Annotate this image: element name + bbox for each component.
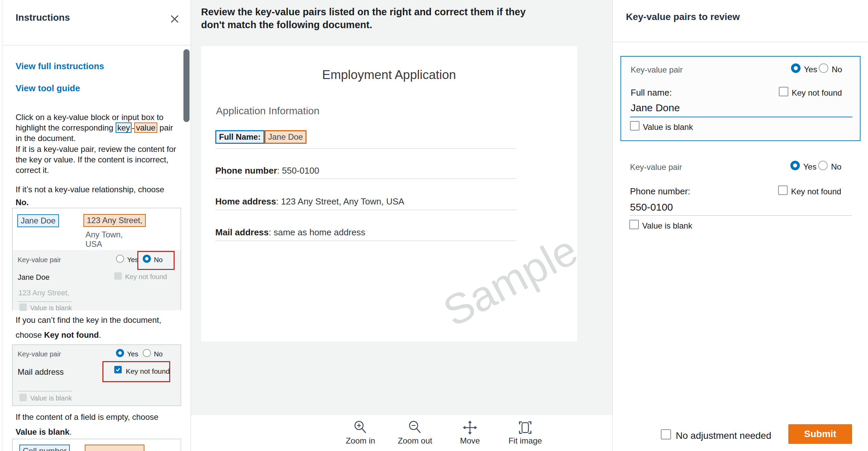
- value-blank-checkbox[interactable]: [630, 121, 639, 131]
- sample-watermark: Sample: [435, 225, 577, 336]
- document-page[interactable]: Employment Application Application Infor…: [201, 46, 577, 341]
- field-key: Home address: [215, 196, 276, 207]
- field-value: : same as home address: [269, 227, 366, 237]
- yes-label[interactable]: Yes: [803, 162, 816, 172]
- no-adjustment-label[interactable]: No adjustment needed: [676, 430, 771, 441]
- value-blank-checkbox: [19, 394, 27, 401]
- document-field-underline: [215, 178, 516, 179]
- key-label: Full name:: [631, 87, 672, 98]
- value-blank-label: Value is blank: [30, 394, 72, 402]
- chip-text: 123 Any Street,: [83, 214, 146, 227]
- task-prompt-line2: don't match the following document.: [201, 18, 601, 31]
- document-field-underline: [215, 210, 516, 210]
- document-row-phone[interactable]: Phone number: 550-0100: [215, 165, 319, 176]
- red-highlight-box: [137, 251, 175, 270]
- no-bold: No.: [16, 198, 29, 207]
- value-blank-label[interactable]: Value is blank: [643, 122, 693, 132]
- document-row-home-address[interactable]: Home address: 123 Any Street, Any Town, …: [215, 196, 404, 207]
- kv-card-full-name[interactable]: Key-value pair Yes No Full name: Key not…: [620, 56, 861, 141]
- zoom-out-button[interactable]: Zoom out: [390, 420, 440, 446]
- review-panel: Key-value pairs to review Key-value pair…: [612, 0, 868, 451]
- key-label: Phone number:: [630, 186, 690, 197]
- document-row-full-name[interactable]: Full Name:Jane Doe: [215, 130, 307, 144]
- instructions-paragraph-4: If you can’t find the key in the documen…: [16, 313, 178, 342]
- yes-radio[interactable]: [790, 161, 800, 170]
- field-key: Mail address: [215, 227, 269, 237]
- zoom-in-button[interactable]: Zoom in: [335, 420, 386, 446]
- header-divider: [2, 45, 191, 45]
- zoom-out-label: Zoom out: [390, 436, 440, 446]
- key-not-found-label[interactable]: Key not found: [791, 187, 841, 196]
- value-blank-checkbox[interactable]: [629, 220, 639, 229]
- value-token: value: [134, 122, 157, 133]
- instructions-paragraph-2: If it is a key-value pair, review the co…: [16, 144, 178, 175]
- example3-key-chip: Cell number: [19, 445, 70, 451]
- no-label: No: [154, 350, 163, 358]
- key-not-found-label: Key not found: [125, 273, 167, 281]
- image-toolbar: Zoom in Zoom out Move: [191, 415, 612, 451]
- no-label[interactable]: No: [832, 65, 842, 74]
- move-icon: [462, 420, 478, 435]
- key-token: key: [116, 122, 132, 133]
- key-not-found-checkbox[interactable]: [778, 185, 788, 195]
- example2-key-text: Mail address: [18, 367, 64, 377]
- task-prompt: Review the key-value pairs listed on the…: [201, 5, 601, 31]
- value-blank-label[interactable]: Value is blank: [642, 221, 692, 231]
- move-button[interactable]: Move: [445, 420, 495, 446]
- instructions-title: Instructions: [16, 12, 70, 23]
- fit-image-button[interactable]: Fit image: [500, 420, 551, 446]
- move-label: Move: [445, 436, 495, 446]
- fit-image-icon: [517, 420, 533, 435]
- view-full-instructions-link[interactable]: View full instructions: [16, 61, 104, 72]
- document-field-underline: [215, 148, 516, 149]
- document-field-underline: [215, 240, 516, 241]
- instructions-paragraph-1: Click on a key-value block or input box …: [16, 112, 178, 143]
- yes-radio[interactable]: [791, 63, 801, 73]
- example-box-1: Jane Doe 123 Any Street, Any Town, USA K…: [12, 208, 181, 310]
- kv-pair-label: Key-value pair: [18, 350, 61, 358]
- example1-value-line3: USA: [85, 239, 102, 249]
- key-not-found-label[interactable]: Key not found: [792, 88, 842, 98]
- yes-label: Yes: [127, 256, 138, 264]
- key-not-found-checkbox[interactable]: [779, 87, 788, 96]
- yes-label: Yes: [127, 350, 138, 358]
- no-adjustment-checkbox[interactable]: [661, 429, 671, 439]
- field-key: Phone number: [215, 165, 277, 176]
- paragraph-text: .: [99, 330, 101, 339]
- instructions-panel: Instructions View full instructions View…: [2, 0, 191, 451]
- no-radio[interactable]: [819, 63, 828, 73]
- example1-value-chip: 123 Any Street,: [83, 214, 146, 227]
- field-value: : 550-0100: [277, 165, 319, 176]
- input-underline: [629, 215, 852, 216]
- value-input[interactable]: [631, 102, 848, 114]
- no-radio: [143, 349, 151, 357]
- review-panel-title: Key-value pairs to review: [626, 12, 740, 22]
- kv-card-phone-number[interactable]: Key-value pair Yes No Phone number: Key …: [620, 154, 861, 236]
- zoom-in-label: Zoom in: [335, 436, 386, 446]
- yes-label[interactable]: Yes: [804, 65, 817, 74]
- full-name-value-highlight[interactable]: Jane Doe: [264, 130, 307, 144]
- example1-key-text: Jane Doe: [18, 273, 50, 282]
- view-tool-guide-link[interactable]: View tool guide: [16, 83, 80, 94]
- value-blank-label: Value is blank: [30, 304, 72, 312]
- key-not-found-bold: Key not found: [44, 330, 99, 339]
- paragraph-text: If you can’t find the key in the documen…: [16, 315, 161, 325]
- example-box-3: Cell number: [12, 439, 181, 451]
- submit-button[interactable]: Submit: [788, 424, 852, 444]
- no-label[interactable]: No: [831, 162, 842, 172]
- document-title: Employment Application: [201, 68, 577, 82]
- no-radio[interactable]: [818, 161, 828, 170]
- example3-empty-value-chip: [85, 445, 144, 451]
- document-panel: Review the key-value pairs listed on the…: [191, 0, 612, 451]
- close-icon: [168, 12, 181, 26]
- close-button[interactable]: [168, 12, 181, 26]
- paragraph-text: choose: [16, 330, 44, 339]
- value-input[interactable]: [630, 201, 847, 213]
- scrollbar-thumb[interactable]: [183, 49, 190, 122]
- task-prompt-line1: Review the key-value pairs listed on the…: [201, 5, 601, 18]
- kv-pair-label: Key-value pair: [630, 162, 682, 172]
- full-name-key-highlight[interactable]: Full Name:: [215, 130, 264, 144]
- zoom-in-icon: [353, 420, 368, 435]
- zoom-out-icon: [407, 420, 423, 435]
- document-row-mail-address[interactable]: Mail address: same as home address: [215, 227, 365, 238]
